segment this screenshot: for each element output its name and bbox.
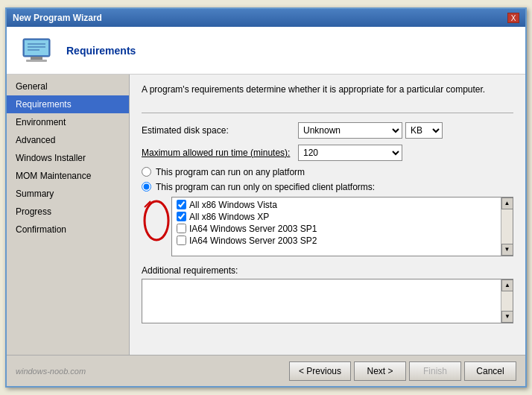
svg-rect-3 [26,60,47,62]
close-button[interactable]: X [507,13,519,23]
header-title: Requirements [66,45,136,57]
platform-label-ia64-sp1: IA64 Windows Server 2003 SP1 [189,224,317,234]
platform-item-ia64-sp1: IA64 Windows Server 2003 SP1 [174,223,499,235]
previous-button[interactable]: < Previous [289,361,351,381]
platform-item-xp: All x86 Windows XP [174,211,499,223]
platform-label-vista: All x86 Windows Vista [189,200,277,210]
radio-any-row: This program can run on any platform [142,167,513,177]
disk-space-row: Estimated disk space: Unknown KB MB GB [142,122,513,139]
window-title: New Program Wizard [13,13,102,23]
platform-label-ia64-sp2: IA64 Windows Server 2003 SP2 [189,236,317,246]
wizard-icon [19,33,54,69]
next-button[interactable]: Next > [354,361,406,381]
title-bar: New Program Wizard X [7,9,525,27]
platform-label-xp: All x86 Windows XP [189,212,269,222]
svg-rect-2 [31,57,42,60]
svg-line-8 [145,201,151,207]
cancel-button[interactable]: Cancel [464,361,516,381]
platform-list-wrapper: All x86 Windows Vista All x86 Windows XP… [156,197,513,265]
textarea-scroll-track [501,291,513,311]
checkbox-ia64-sp1[interactable] [177,224,186,233]
sidebar-item-summary[interactable]: Summary [7,185,129,203]
radio-specified-row: This program can run only on specified c… [142,182,513,192]
header-area: Requirements [7,27,525,75]
sidebar: General Requirements Environment Advance… [7,75,130,355]
scroll-track [501,209,513,244]
annotation-circle [143,198,170,243]
scroll-down-button[interactable]: ▼ [501,244,513,256]
finish-button[interactable]: Finish [409,361,461,381]
sidebar-item-requirements[interactable]: Requirements [7,95,129,113]
runtime-row: Maximum allowed run time (minutes): 120 [142,145,513,161]
checkbox-ia64-sp2[interactable] [177,236,186,245]
bottom-bar: windows-noob.com < Previous Next > Finis… [7,355,525,386]
checkbox-vista[interactable] [177,200,186,209]
sidebar-item-progress[interactable]: Progress [7,203,129,221]
disk-space-label: Estimated disk space: [142,125,298,136]
disk-space-controls: Unknown KB MB GB [298,122,443,139]
runtime-label: Maximum allowed run time (minutes): [142,148,298,158]
platform-list-container: All x86 Windows Vista All x86 Windows XP… [171,197,513,256]
main-content: General Requirements Environment Advance… [7,75,525,355]
textarea-scrollbar: ▲ ▼ [501,279,513,323]
sidebar-item-advanced[interactable]: Advanced [7,131,129,149]
textarea-scroll-up[interactable]: ▲ [501,279,513,291]
content-area: A program's requirements determine wheth… [130,75,525,355]
additional-textarea-container: ▲ ▼ [142,279,513,323]
main-window: New Program Wizard X Requirements Genera… [5,7,527,388]
radio-specified-platform[interactable] [142,182,151,192]
platform-item-ia64-sp2: IA64 Windows Server 2003 SP2 [174,235,499,247]
scroll-up-button[interactable]: ▲ [501,197,513,209]
platform-item-vista: All x86 Windows Vista [174,199,499,211]
watermark: windows-noob.com [16,367,86,376]
disk-space-select[interactable]: Unknown [298,122,402,139]
checkbox-xp[interactable] [177,212,186,221]
separator [142,113,513,113]
sidebar-item-confirmation[interactable]: Confirmation [7,221,129,238]
textarea-scroll-down[interactable]: ▼ [501,311,513,323]
platform-scrollbar: ▲ ▼ [501,197,513,256]
radio-specified-label[interactable]: This program can run only on specified c… [156,182,375,192]
runtime-select[interactable]: 120 [298,145,402,161]
disk-space-unit-select[interactable]: KB MB GB [405,122,443,139]
sidebar-item-general[interactable]: General [7,78,129,95]
additional-label: Additional requirements: [142,265,513,276]
svg-point-7 [145,201,168,240]
runtime-controls: 120 [298,145,402,161]
button-group: < Previous Next > Finish Cancel [289,361,516,381]
additional-textarea[interactable] [142,279,501,323]
description-text: A program's requirements determine wheth… [142,83,513,96]
platform-list: All x86 Windows Vista All x86 Windows XP… [172,197,501,256]
sidebar-item-mom-maintenance[interactable]: MOM Maintenance [7,167,129,185]
svg-rect-1 [25,40,48,55]
sidebar-item-environment[interactable]: Environment [7,113,129,131]
sidebar-item-windows-installer[interactable]: Windows Installer [7,149,129,167]
radio-any-label[interactable]: This program can run on any platform [156,167,305,177]
radio-any-platform[interactable] [142,167,151,177]
